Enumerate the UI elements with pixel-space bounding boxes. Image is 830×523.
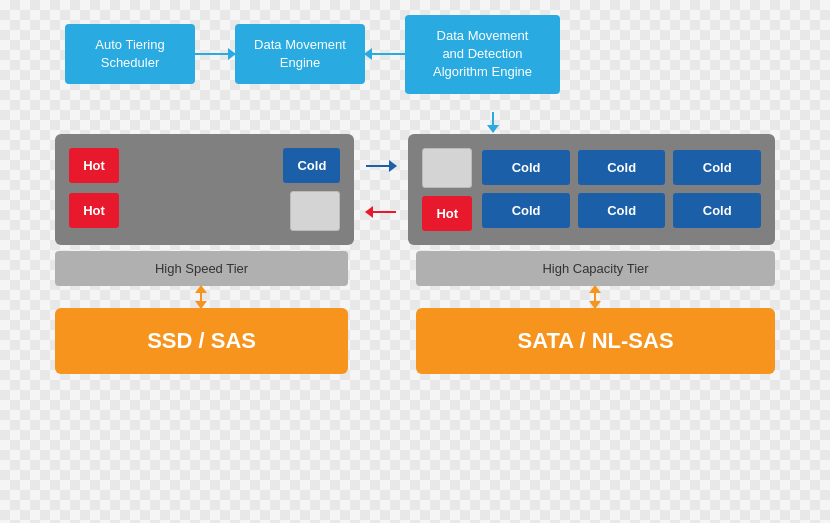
arrow-down-right-icon [594,286,596,308]
arrow-hot-left-icon [366,211,396,213]
data-movement-detection-box: Data Movement and Detection Algorithm En… [405,15,560,94]
right-tier-left-col: Hot [422,148,472,231]
arrow-down-left-wrapper [55,286,348,308]
tier-label-row: High Speed Tier High Capacity Tier [55,251,775,286]
left-tier-row-1: Hot Cold [69,148,340,183]
arrow-down-left-icon [200,286,202,308]
hot-badge-2: Hot [69,193,119,228]
high-capacity-tier-label: High Capacity Tier [416,251,775,286]
empty-badge-left [290,191,340,231]
diagram: Auto Tiering Scheduler Data Movement Eng… [55,15,775,374]
right-tier-box: Hot Cold Cold Cold Cold Cold Cold [408,134,775,245]
middle-section: Hot Cold Hot Hot [55,134,775,245]
cold-badge-r2: Cold [578,150,666,185]
left-tier-content: Hot Cold Hot [69,148,340,231]
arrow-top-to-middle [210,112,775,132]
hot-badge-1: Hot [69,148,119,183]
high-speed-tier-label: High Speed Tier [55,251,348,286]
ssd-sas-box: SSD / SAS [55,308,348,374]
cold-badge-r5: Cold [578,193,666,228]
arrow-scheduler-to-engine [195,53,235,55]
cold-badge-r3: Cold [673,150,761,185]
arrow-cold-right-icon [366,165,396,167]
cold-badge-left-1: Cold [283,148,340,183]
top-row: Auto Tiering Scheduler Data Movement Eng… [55,15,775,94]
sata-nl-sas-box: SATA / NL-SAS [416,308,775,374]
auto-tiering-scheduler-box: Auto Tiering Scheduler [65,24,195,84]
right-tier-content: Hot Cold Cold Cold Cold Cold Cold [422,148,761,231]
empty-badge-right [422,148,472,188]
cold-badge-r4: Cold [482,193,570,228]
bottom-arrows-row [55,286,775,308]
arrow-down-icon [492,112,494,132]
left-tier-box: Hot Cold Hot [55,134,354,245]
arrow-down-right-wrapper [416,286,775,308]
hot-badge-right: Hot [422,196,472,231]
data-movement-engine-box: Data Movement Engine [235,24,365,84]
bottom-row: SSD / SAS SATA / NL-SAS [55,308,775,374]
mid-arrows [366,134,396,245]
left-tier-row-2: Hot [69,191,340,231]
arrow-engine-to-algorithm [365,53,405,55]
cold-badge-r1: Cold [482,150,570,185]
cold-badge-r6: Cold [673,193,761,228]
cold-grid: Cold Cold Cold Cold Cold Cold [482,150,761,228]
